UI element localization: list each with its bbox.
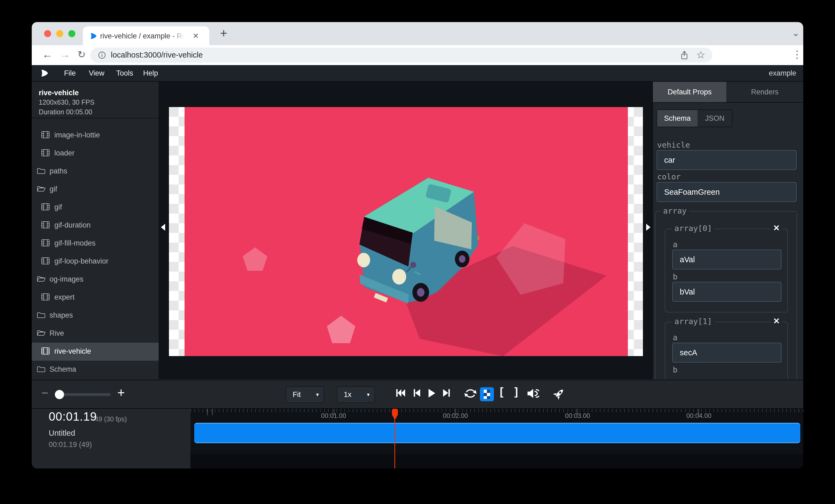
sidebar-folder-schema[interactable]: Schema bbox=[32, 361, 159, 379]
site-info-icon[interactable] bbox=[98, 51, 106, 59]
skip-to-start-icon bbox=[395, 388, 406, 398]
next-frame-button[interactable] bbox=[442, 388, 451, 398]
props-tabs-divider bbox=[653, 102, 803, 103]
render-button[interactable] bbox=[552, 387, 566, 400]
timeline-info-panel: 00:01.19 49 (30 fps) Untitled 00:01.19 (… bbox=[32, 409, 190, 468]
composition-transparency-checkerboard bbox=[169, 107, 643, 356]
array-0-remove-icon[interactable]: ✕ bbox=[771, 223, 782, 233]
props-panel: Default Props Renders Schema JSON vehicl… bbox=[653, 82, 803, 379]
share-icon[interactable] bbox=[680, 50, 689, 60]
skip-to-start-button[interactable] bbox=[395, 388, 406, 398]
film-icon bbox=[41, 203, 49, 210]
window-zoom-button[interactable] bbox=[68, 30, 75, 37]
tab-renders[interactable]: Renders bbox=[726, 82, 803, 102]
previous-frame-button[interactable] bbox=[412, 388, 421, 398]
sidebar-folder-gif[interactable]: gif bbox=[32, 181, 159, 198]
zoom-out-icon[interactable]: − bbox=[41, 386, 48, 400]
checkerboard-icon bbox=[484, 390, 490, 399]
sidebar-item-gif-fill-modes[interactable]: gif-fill-modes bbox=[32, 234, 159, 253]
sidebar-folder-rive[interactable]: Rive bbox=[32, 324, 159, 343]
array-1-remove-icon[interactable]: ✕ bbox=[771, 316, 782, 326]
array-1-a-input[interactable]: secA bbox=[672, 343, 781, 362]
collapse-sidebar-icon[interactable] bbox=[161, 224, 165, 231]
sidebar-item-image-in-lottie[interactable]: image-in-lottie bbox=[32, 126, 159, 144]
speed-select[interactable]: 1x ▾ bbox=[337, 386, 375, 403]
film-icon bbox=[41, 239, 49, 246]
sidebar-item-gif-loop-behavior[interactable]: gif-loop-behavior bbox=[32, 253, 159, 271]
window-minimize-button[interactable] bbox=[56, 30, 63, 37]
loop-icon bbox=[464, 387, 477, 400]
forward-icon[interactable]: → bbox=[60, 48, 70, 61]
loop-toggle-button[interactable] bbox=[464, 387, 477, 400]
menu-view[interactable]: View bbox=[89, 69, 104, 78]
sidebar-folder-og-images[interactable]: og-images bbox=[32, 271, 159, 289]
collapse-panel-icon[interactable] bbox=[646, 224, 650, 231]
folder-closed-icon bbox=[37, 311, 45, 318]
folder-open-icon bbox=[37, 275, 46, 282]
zoom-slider-knob[interactable] bbox=[55, 390, 64, 399]
array-0-legend: array[0] bbox=[672, 224, 715, 233]
tab-default-props[interactable]: Default Props bbox=[653, 82, 726, 102]
sidebar-item-gif-duration[interactable]: gif-duration bbox=[32, 216, 159, 234]
url-text: localhost:3000/rive-vehicle bbox=[111, 50, 203, 59]
film-icon bbox=[41, 131, 49, 138]
tab-search-chevron-icon[interactable]: ⌄ bbox=[792, 27, 800, 38]
new-tab-button[interactable]: + bbox=[220, 26, 227, 40]
array-1-a-label: a bbox=[673, 333, 677, 342]
tab-close-icon[interactable]: ✕ bbox=[192, 31, 199, 40]
timeline-track-bar[interactable] bbox=[194, 423, 800, 443]
sidebar-folder-paths[interactable]: paths bbox=[32, 163, 159, 181]
vehicle-field-input[interactable]: car bbox=[657, 150, 796, 170]
in-point-icon[interactable]: [ bbox=[500, 386, 503, 398]
out-point-icon[interactable]: ] bbox=[514, 386, 518, 398]
timeline: 00:01.00 00:02.00 00:03.00 00:04.00 00:0… bbox=[32, 409, 803, 468]
sidebar-folder-shapes[interactable]: shapes bbox=[32, 307, 159, 324]
volume-button[interactable] bbox=[527, 388, 539, 399]
ruler-label-2s: 00:02.00 bbox=[443, 412, 468, 420]
zoom-in-icon[interactable]: + bbox=[117, 385, 125, 400]
toggle-json[interactable]: JSON bbox=[697, 110, 732, 127]
transparency-toggle-button[interactable] bbox=[480, 387, 494, 401]
sidebar-item-rive-vehicle[interactable]: rive-vehicle bbox=[32, 343, 159, 361]
toggle-schema[interactable]: Schema bbox=[657, 110, 697, 127]
chevron-down-icon: ▾ bbox=[367, 387, 370, 402]
color-field-input[interactable]: SeaFoamGreen bbox=[657, 182, 796, 202]
composition-resolution: 1200x630, 30 FPS bbox=[39, 99, 95, 106]
array-0-a-input[interactable]: aVal bbox=[672, 250, 781, 270]
track-range: 00:01.19 (49) bbox=[49, 441, 92, 449]
address-bar[interactable]: localhost:3000/rive-vehicle ☆ bbox=[90, 48, 712, 63]
array-0-b-input[interactable]: bVal bbox=[672, 282, 781, 302]
menu-file[interactable]: File bbox=[64, 69, 76, 78]
back-icon[interactable]: ← bbox=[42, 48, 53, 61]
ruler-label-4s: 00:04.00 bbox=[686, 412, 711, 420]
sidebar-item-loader[interactable]: loader bbox=[32, 144, 159, 163]
composition-title: rive-vehicle bbox=[39, 89, 79, 97]
browser-window: rive-vehicle / example - Remot ✕ + ⌄ ← →… bbox=[32, 22, 803, 468]
reload-icon[interactable]: ↻ bbox=[78, 49, 85, 60]
browser-tab[interactable]: rive-vehicle / example - Remot ✕ bbox=[83, 26, 209, 45]
schema-json-toggle: Schema JSON bbox=[657, 109, 733, 127]
studio-menu-bar: File View Tools Help example bbox=[32, 65, 803, 82]
window-close-button[interactable] bbox=[44, 30, 51, 37]
film-icon bbox=[41, 257, 49, 265]
speed-select-value: 1x bbox=[344, 391, 352, 399]
menu-tools[interactable]: Tools bbox=[116, 69, 133, 78]
bookmark-star-icon[interactable]: ☆ bbox=[696, 49, 705, 61]
preview-canvas[interactable] bbox=[159, 82, 652, 379]
menu-help[interactable]: Help bbox=[143, 69, 158, 78]
fit-select[interactable]: Fit ▾ bbox=[286, 386, 324, 403]
composition-duration: Duration 00:05.00 bbox=[39, 108, 92, 116]
speaker-icon bbox=[527, 388, 539, 399]
playback-toolbar: − + Fit ▾ 1x ▾ bbox=[32, 380, 803, 408]
sidebar-item-gif[interactable]: gif bbox=[32, 198, 159, 216]
film-icon bbox=[41, 348, 49, 355]
sidebar-item-expert[interactable]: expert bbox=[32, 289, 159, 307]
remotion-logo-icon[interactable] bbox=[40, 68, 49, 78]
browser-menu-icon[interactable]: ⋮ bbox=[792, 48, 802, 60]
play-button[interactable] bbox=[427, 388, 436, 398]
array-1-fieldset: array[1] ✕ a secA b bbox=[665, 322, 788, 379]
playhead-handle[interactable] bbox=[391, 409, 399, 422]
play-icon bbox=[427, 388, 436, 398]
tab-title-fade bbox=[171, 31, 189, 41]
color-field-label: color bbox=[657, 172, 680, 181]
